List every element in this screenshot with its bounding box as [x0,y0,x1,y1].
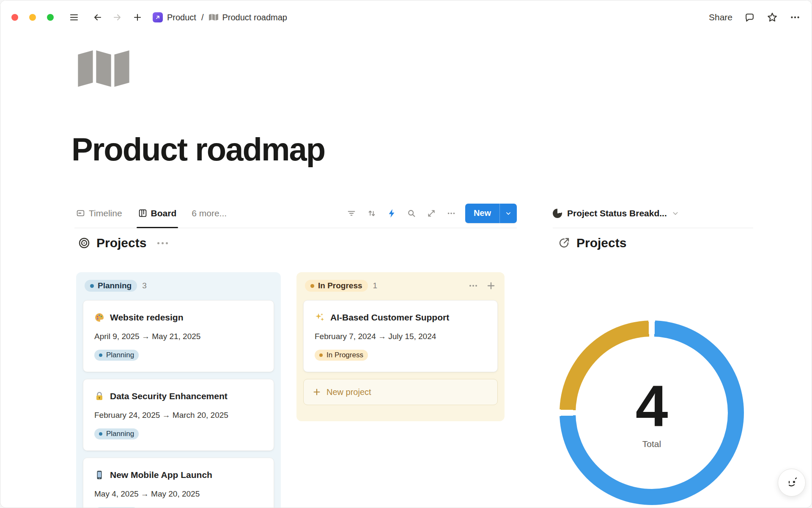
status-dot [310,284,314,288]
sidebar-menu-icon[interactable] [69,12,79,22]
project-card[interactable]: Data Security Enhancement February 24, 2… [83,379,274,451]
sort-icon[interactable] [367,209,376,218]
column-count: 1 [373,281,378,290]
donut-center: 4 Total [576,337,728,489]
status-dot [99,432,102,436]
chart-view-title: Project Status Breakd... [567,208,667,218]
zoom-button[interactable] [47,14,54,21]
project-card[interactable]: New Mobile App Launch May 4, 2025 → May … [83,458,274,508]
project-card[interactable]: Website redesign April 9, 2025 → May 21,… [83,300,274,372]
board-section-heading: Projects [78,236,168,250]
card-title: AI-Based Customer Support [330,312,449,323]
tab-more-views[interactable]: 6 more... [190,199,228,228]
pie-chart-icon [553,209,562,218]
favorite-star-icon[interactable] [767,12,778,23]
sparkles-icon [315,312,325,323]
column-tools [468,281,496,291]
expand-icon[interactable] [427,209,436,218]
target-icon [78,237,91,249]
automation-bolt-icon[interactable] [387,209,396,218]
linked-database-icon [558,237,571,249]
card-status-tag: Planning [94,428,139,439]
teamspace-icon [153,12,163,22]
window-controls [11,14,54,21]
card-title: New Mobile App Launch [110,469,212,481]
card-status-tag: In Progress [315,350,368,361]
comments-icon[interactable] [744,12,755,23]
donut-ring: 4 Total [560,320,744,505]
back-icon[interactable] [93,12,103,22]
view-options-ellipsis-icon[interactable] [447,209,456,218]
column-header: Planning 3 [83,278,274,293]
card-dates: May 4, 2025 → May 20, 2025 [94,489,263,499]
ai-assistant-button[interactable] [778,469,806,497]
filter-icon[interactable] [347,209,356,218]
breadcrumb: Product / Product roadmap [153,12,287,22]
tab-board[interactable]: Board [137,199,178,228]
status-dot [319,353,323,357]
breadcrumb-page[interactable]: Product roadmap [222,13,287,22]
search-icon[interactable] [407,209,416,218]
page-map-icon [209,14,218,21]
forward-icon[interactable] [112,12,122,22]
status-dot [90,284,94,288]
view-toolbar [347,209,456,218]
column-header: In Progress 1 [303,278,498,293]
view-tabs-bar: Timeline Board 6 more... [74,199,517,228]
app-window: Product / Product roadmap Share Product … [0,0,812,508]
column-options-ellipsis-icon[interactable] [468,281,478,291]
board-column-in-progress: In Progress 1 AI-Based Customer Support … [296,272,505,421]
board-column-planning: Planning 3 Website redesign April 9, 202… [76,272,281,508]
column-add-icon[interactable] [486,281,496,291]
new-tab-icon[interactable] [132,12,143,22]
titlebar-actions: Share [709,12,801,23]
new-button[interactable]: New [465,204,499,223]
plus-icon [312,387,321,397]
card-dates: April 9, 2025 → May 21, 2025 [94,332,263,341]
chart-total-label: Total [642,439,661,449]
tab-timeline[interactable]: Timeline [74,199,124,228]
palette-icon [94,312,104,323]
new-entry-split-button: New [465,204,517,223]
status-pill-planning[interactable]: Planning [85,280,137,292]
lock-icon [94,391,104,401]
new-dropdown-button[interactable] [499,204,517,223]
chart-section-title: Projects [576,236,626,250]
status-dot [99,353,102,357]
column-count: 3 [142,281,147,290]
card-title: Data Security Enhancement [110,390,228,402]
breadcrumb-team[interactable]: Product [167,13,196,22]
project-card[interactable]: AI-Based Customer Support February 7, 20… [303,300,498,372]
chart-total-value: 4 [636,376,668,435]
page-title[interactable]: Product roadmap [71,131,325,168]
more-options-icon[interactable] [790,12,801,23]
card-dates: February 7, 2024 → July 15, 2024 [315,332,486,341]
chart-section-heading: Projects [558,236,626,250]
section-options-ellipsis-icon[interactable] [157,242,168,244]
chevron-down-icon [672,210,679,217]
window-titlebar: Product / Product roadmap Share [0,0,812,34]
close-button[interactable] [11,14,18,21]
card-dates: February 24, 2025 → March 20, 2025 [94,411,263,420]
page-icon-map[interactable] [78,50,129,88]
status-pill-in-progress[interactable]: In Progress [305,280,368,292]
share-button[interactable]: Share [709,12,732,22]
card-status-tag: Planning [94,350,139,361]
ai-face-icon [785,476,798,489]
new-project-button[interactable]: New project [303,379,498,405]
breadcrumb-separator: / [201,13,204,22]
board-section-title: Projects [96,236,146,250]
mobile-phone-icon [94,470,104,480]
minimize-button[interactable] [29,14,36,21]
card-title: Website redesign [110,312,184,323]
chart-view-selector[interactable]: Project Status Breakd... [553,199,753,228]
